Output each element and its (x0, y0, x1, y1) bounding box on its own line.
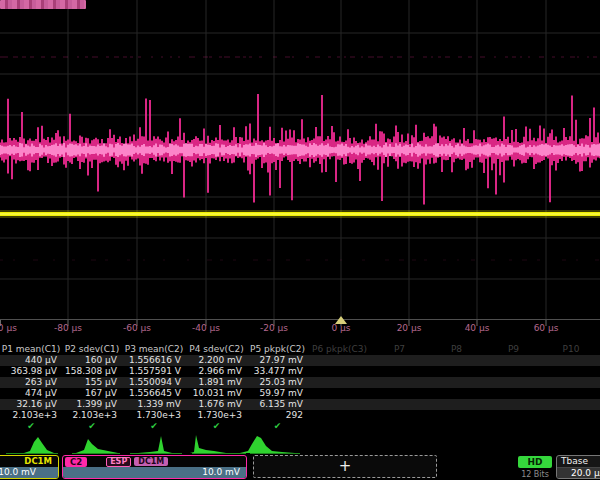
c1-coupling-label: DC1M (0, 456, 58, 467)
measure-header-unused[interactable]: P6 pkpk(C3) (308, 344, 371, 355)
measure-value: 1.399 µV (62, 399, 122, 410)
waveform-grid (0, 0, 600, 330)
timebase-tdiv-value: 20.0 µs/div (557, 468, 600, 479)
measure-value: 1.676 mV (186, 399, 247, 410)
c2-descriptor-box[interactable]: C2 ESP DC1M 10.0 mV (62, 455, 247, 479)
timebase-label: Tbase (557, 456, 600, 468)
hd-bits-label: 12 Bits (515, 470, 555, 479)
measure-value: 158.308 µV (62, 366, 122, 377)
measure-value: 2.966 mV (186, 366, 247, 377)
c2-coupling-badge: DC1M (134, 457, 168, 466)
measure-row-max: 474 µV 167 µV 1.556645 V 10.031 mV 59.97… (0, 388, 600, 399)
measure-value: 1.556616 V (122, 355, 186, 366)
measure-value: 33.477 mV (247, 366, 308, 377)
status-check-icon: ✔ (186, 421, 247, 432)
histicon-p5[interactable] (240, 436, 295, 453)
measurement-table: P1 mean(C1) P2 sdev(C1) P3 mean(C2) P4 s… (0, 344, 600, 432)
measure-header[interactable]: P1 mean(C1) (0, 344, 62, 355)
status-check-icon: ✔ (0, 421, 62, 432)
measure-value: 160 µV (62, 355, 122, 366)
status-check-icon: ✔ (62, 421, 122, 432)
measure-value: 363.98 µV (0, 366, 62, 377)
measure-value: 167 µV (62, 388, 122, 399)
status-check-icon: ✔ (122, 421, 186, 432)
measure-value: 155 µV (62, 377, 122, 388)
time-axis: -100 µs -80 µs -60 µs -40 µs -20 µs 0 µs… (0, 323, 600, 337)
measure-value: 2.103e+3 (0, 410, 62, 421)
histicon-p4[interactable] (190, 435, 226, 453)
top-left-badge (0, 0, 86, 9)
measure-row-value: 440 µV 160 µV 1.556616 V 2.200 mV 27.97 … (0, 355, 600, 366)
measure-header-unused[interactable]: P8 (428, 344, 485, 355)
measure-value: 1.556645 V (122, 388, 186, 399)
measure-value: 263 µV (0, 377, 62, 388)
measure-value: 474 µV (0, 388, 62, 399)
measure-value: 32.16 µV (0, 399, 62, 410)
measure-value: 1.339 mV (122, 399, 186, 410)
timebase-descriptor-box[interactable]: Tbase 20.0 µs/div (556, 455, 600, 479)
add-trace-button[interactable]: + (253, 455, 437, 478)
c2-noise-trace (0, 57, 600, 260)
oscilloscope-screen: -100 µs -80 µs -60 µs -40 µs -20 µs 0 µs… (0, 0, 600, 480)
measure-value: 25.03 mV (247, 377, 308, 388)
c2-channel-tag: C2 (65, 457, 87, 467)
measure-value: 6.135 mV (247, 399, 308, 410)
c2-vdiv-value: 10.0 mV (63, 467, 246, 478)
measure-header-unused[interactable]: P10 (542, 344, 600, 355)
measure-value: 292 (247, 410, 308, 421)
axis-tick-label: -60 µs (123, 323, 151, 333)
measure-header-unused[interactable]: P7 (371, 344, 428, 355)
measure-header-row: P1 mean(C1) P2 sdev(C1) P3 mean(C2) P4 s… (0, 344, 600, 355)
trigger-position-marker[interactable] (335, 316, 347, 324)
axis-tick-label: -80 µs (54, 323, 82, 333)
measure-status-row: ✔ ✔ ✔ ✔ ✔ (0, 421, 600, 432)
measure-value: 59.97 mV (247, 388, 308, 399)
histicon-p2[interactable] (76, 439, 118, 453)
c2-esp-badge: ESP (106, 457, 131, 467)
axis-tick-label: -100 µs (0, 323, 17, 333)
histicon-strip (0, 432, 600, 456)
measure-header[interactable]: P4 sdev(C2) (186, 344, 247, 355)
measure-value: 1.730e+3 (186, 410, 247, 421)
axis-tick-label: 0 µs (331, 323, 350, 333)
histicon-p1[interactable] (24, 437, 54, 453)
measure-value: 1.550094 V (122, 377, 186, 388)
c1-vdiv-value: 10.0 mV (0, 467, 58, 478)
axis-tick-label: 20 µs (397, 323, 422, 333)
measure-value: 27.97 mV (247, 355, 308, 366)
measure-row-min: 263 µV 155 µV 1.550094 V 1.891 mV 25.03 … (0, 377, 600, 388)
measure-value: 1.891 mV (186, 377, 247, 388)
histicon-p3[interactable] (138, 436, 172, 453)
hd-mode-badge: HD (518, 456, 552, 468)
axis-tick-label: -20 µs (260, 323, 288, 333)
measure-header-unused[interactable]: P9 (485, 344, 542, 355)
descriptor-bar: DC1M 10.0 mV C2 ESP DC1M 10.0 mV + HD 12… (0, 455, 600, 480)
measure-value: 10.031 mV (186, 388, 247, 399)
measure-value: 1.557591 V (122, 366, 186, 377)
axis-tick-label: 40 µs (465, 323, 490, 333)
measure-header[interactable]: P5 pkpk(C2) (247, 344, 308, 355)
axis-tick-label: -40 µs (192, 323, 220, 333)
measure-row-mean: 363.98 µV 158.308 µV 1.557591 V 2.966 mV… (0, 366, 600, 377)
measure-header[interactable]: P2 sdev(C1) (62, 344, 122, 355)
measure-row-num: 2.103e+3 2.103e+3 1.730e+3 1.730e+3 292 (0, 410, 600, 421)
measure-value: 2.200 mV (186, 355, 247, 366)
c1-descriptor-box[interactable]: DC1M 10.0 mV (0, 455, 59, 479)
measure-value: 440 µV (0, 355, 62, 366)
axis-tick-label: 60 µs (534, 323, 559, 333)
measure-value: 2.103e+3 (62, 410, 122, 421)
measure-value: 1.730e+3 (122, 410, 186, 421)
measure-header[interactable]: P3 mean(C2) (122, 344, 186, 355)
status-check-icon: ✔ (247, 421, 308, 432)
measure-row-sdev: 32.16 µV 1.399 µV 1.339 mV 1.676 mV 6.13… (0, 399, 600, 410)
